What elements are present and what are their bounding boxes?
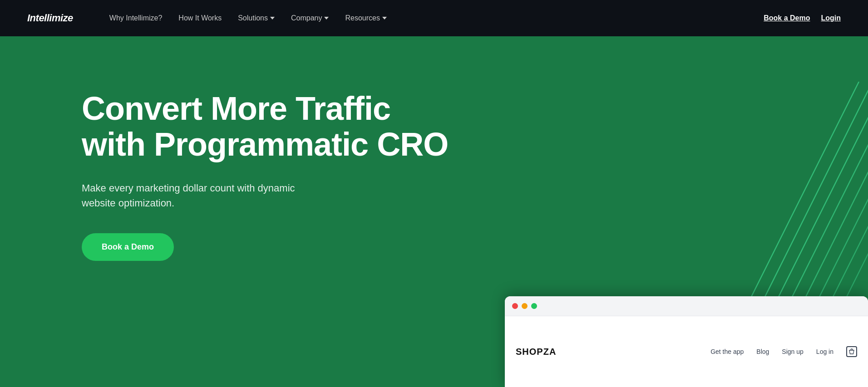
shopza-link-blog[interactable]: Blog (756, 348, 769, 355)
browser-fullscreen-dot (531, 303, 537, 309)
nav-login-link[interactable]: Login (821, 14, 841, 22)
hero-book-demo-button[interactable]: Book a Demo (82, 233, 174, 261)
browser-content: SHOPZA Get the app Blog Sign up Log in (505, 316, 868, 387)
shopza-link-login[interactable]: Log in (816, 348, 833, 355)
chevron-down-icon (324, 17, 329, 20)
shopza-nav: Get the app Blog Sign up Log in (710, 346, 857, 357)
navbar: Intellimize Why Intellimize? How It Work… (0, 0, 868, 36)
browser-topbar (505, 296, 868, 316)
nav-item-resources[interactable]: Resources (345, 14, 386, 22)
nav-links: Why Intellimize? How It Works Solutions … (109, 14, 745, 22)
hero-section: Convert More Traffic with Programmatic C… (0, 36, 868, 387)
nav-item-why-intellimize[interactable]: Why Intellimize? (109, 14, 162, 22)
shopza-bag-icon (846, 346, 857, 357)
shopza-logo: SHOPZA (516, 347, 556, 357)
hero-content: Convert More Traffic with Programmatic C… (82, 91, 490, 261)
hero-subtitle: Make every marketing dollar count with d… (82, 181, 372, 211)
shopza-link-signup[interactable]: Sign up (782, 348, 803, 355)
chevron-down-icon (270, 17, 275, 20)
nav-item-solutions[interactable]: Solutions (238, 14, 275, 22)
nav-book-demo-link[interactable]: Book a Demo (764, 14, 810, 22)
shopza-link-get-app[interactable]: Get the app (710, 348, 744, 355)
nav-item-company[interactable]: Company (291, 14, 329, 22)
nav-item-how-it-works[interactable]: How It Works (178, 14, 222, 22)
browser-close-dot (512, 303, 518, 309)
browser-mockup: SHOPZA Get the app Blog Sign up Log in (505, 296, 868, 387)
nav-cta-group: Book a Demo Login (764, 14, 841, 22)
chevron-down-icon (382, 17, 387, 20)
site-logo[interactable]: Intellimize (27, 12, 73, 24)
browser-minimize-dot (522, 303, 528, 309)
hero-title: Convert More Traffic with Programmatic C… (82, 91, 490, 162)
logo-text: Intellimize (27, 12, 73, 24)
